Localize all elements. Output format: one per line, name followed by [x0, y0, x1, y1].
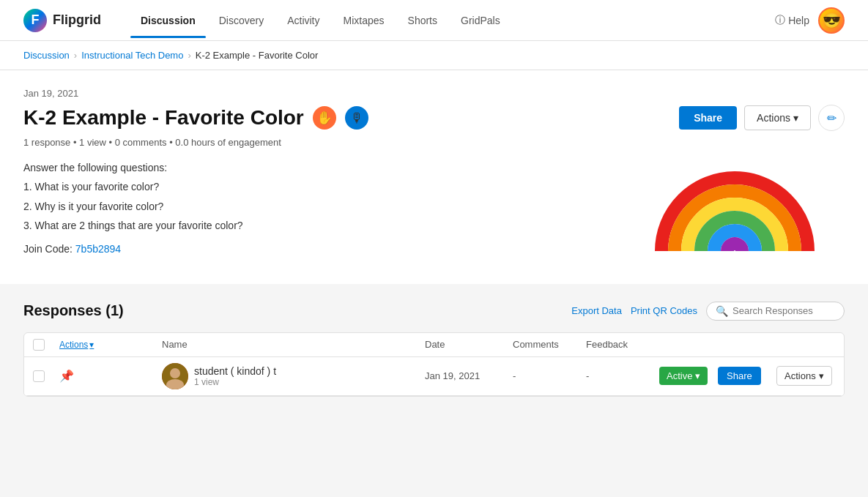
row-checkbox[interactable] — [33, 370, 45, 382]
chevron-down-icon: ▾ — [89, 340, 94, 350]
mic-icon: 🎙 — [350, 111, 363, 126]
print-qr-link[interactable]: Print QR Codes — [631, 305, 697, 316]
pin-col: 📌 — [59, 369, 162, 383]
breadcrumb: Discussion › Instructional Tech Demo › K… — [0, 41, 868, 70]
pin-icon: 📌 — [59, 370, 74, 382]
row-actions-col: Actions ▾ — [776, 366, 835, 386]
nav-link-mixtapes[interactable]: Mixtapes — [333, 9, 395, 32]
row-feedback: - — [586, 370, 659, 381]
pencil-icon: ✏ — [827, 111, 837, 125]
row-actions-button[interactable]: Actions ▾ — [776, 366, 832, 386]
brand-name: Flipgrid — [53, 12, 101, 28]
student-views: 1 view — [194, 377, 276, 387]
header-name: Name — [162, 339, 425, 350]
rainbow-image — [654, 97, 815, 258]
hand-icon-badge[interactable]: ✋ — [313, 106, 336, 130]
breadcrumb-sep-1: › — [74, 50, 77, 61]
chevron-down-icon: ▾ — [695, 370, 700, 381]
responses-section: Responses (1) Export Data Print QR Codes… — [0, 284, 868, 414]
row-status-col: Active ▾ — [659, 367, 718, 385]
help-button[interactable]: ⓘ Help — [775, 14, 809, 27]
student-avatar[interactable] — [162, 363, 188, 389]
responses-header: Responses (1) Export Data Print QR Codes… — [23, 302, 845, 321]
header-checkbox-col — [33, 339, 59, 351]
join-code-link[interactable]: 7b5b2894 — [75, 243, 121, 255]
search-icon: 🔍 — [716, 305, 728, 317]
help-circle-icon: ⓘ — [775, 14, 785, 27]
nav-links: Discussion Discovery Activity Mixtapes S… — [130, 9, 775, 32]
breadcrumb-discussion[interactable]: Discussion — [23, 50, 70, 61]
hand-icon: ✋ — [316, 110, 333, 126]
search-input[interactable] — [732, 305, 835, 316]
responses-table: Actions ▾ Name Date Comments Feedback 📌 — [23, 332, 845, 397]
row-comments: - — [513, 370, 586, 381]
header-actions[interactable]: Actions ▾ — [59, 340, 162, 350]
breadcrumb-sep-2: › — [188, 50, 190, 61]
search-box: 🔍 — [706, 302, 845, 321]
nav-link-shorts[interactable]: Shorts — [398, 9, 448, 32]
responses-controls: Export Data Print QR Codes 🔍 — [571, 302, 845, 321]
header-checkbox[interactable] — [33, 339, 45, 351]
brand-logo[interactable]: F — [23, 9, 47, 32]
table-header: Actions ▾ Name Date Comments Feedback — [24, 333, 844, 357]
breadcrumb-current: K-2 Example - Favorite Color — [196, 50, 319, 61]
export-data-link[interactable]: Export Data — [571, 305, 622, 316]
nav-link-gridpals[interactable]: GridPals — [450, 9, 511, 32]
student-info: student ( kindof ) t 1 view — [162, 363, 425, 389]
student-name-block: student ( kindof ) t 1 view — [194, 365, 276, 387]
header-date: Date — [425, 339, 513, 350]
navbar-right: ⓘ Help 😎 — [775, 7, 845, 34]
nav-link-discovery[interactable]: Discovery — [209, 9, 274, 32]
user-avatar[interactable]: 😎 — [818, 7, 845, 34]
nav-link-activity[interactable]: Activity — [277, 9, 330, 32]
responses-title: Responses (1) — [23, 302, 124, 319]
row-share-col: Share — [718, 367, 776, 385]
svg-point-1 — [170, 368, 180, 378]
mic-icon-badge[interactable]: 🎙 — [345, 106, 368, 130]
breadcrumb-tech-demo[interactable]: Instructional Tech Demo — [81, 50, 183, 61]
main-content: Jan 19, 2021 K-2 Example - Favorite Colo… — [0, 70, 868, 284]
brand: F Flipgrid — [23, 9, 101, 32]
table-row: 📌 student ( kindof ) t 1 view Jan 19, 20… — [24, 357, 844, 396]
nav-link-discussion[interactable]: Discussion — [130, 9, 206, 32]
status-active-button[interactable]: Active ▾ — [659, 367, 708, 385]
chevron-down-icon: ▾ — [819, 370, 824, 381]
topic-title: K-2 Example - Favorite Color — [23, 106, 304, 130]
student-name: student ( kindof ) t — [194, 365, 276, 377]
row-checkbox-col — [33, 370, 59, 382]
row-date: Jan 19, 2021 — [425, 370, 513, 381]
navbar: F Flipgrid Discussion Discovery Activity… — [0, 0, 868, 41]
row-share-button[interactable]: Share — [718, 367, 761, 385]
header-comments: Comments — [513, 339, 586, 350]
header-feedback: Feedback — [586, 339, 659, 350]
edit-button[interactable]: ✏ — [818, 105, 845, 131]
content-wrapper: K-2 Example - Favorite Color ✋ 🎙 Share A… — [23, 105, 845, 255]
